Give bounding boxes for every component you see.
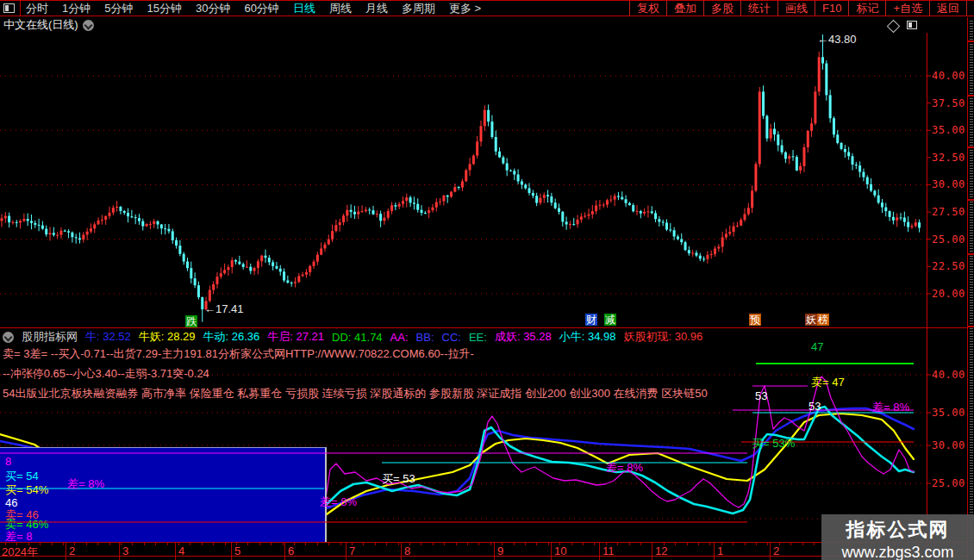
indicator-label: 买= 53 [382, 473, 415, 484]
indicator-axis-label: 25.00 [932, 477, 965, 489]
event-badge-减[interactable]: 减 [604, 314, 616, 326]
watermark-url: www.zbgs3.com [821, 544, 974, 560]
main-axis-label: 20.00 [932, 288, 965, 300]
indicator-label: 差= 8% [67, 478, 104, 489]
app-window: 分时1分钟5分钟15分钟30分钟60分钟日线周线月线多周期更多 > 复权叠加多股… [0, 0, 974, 560]
strip-divider [968, 326, 974, 327]
strip-divider [968, 146, 974, 148]
indicator-label: 差= 8% [606, 462, 643, 473]
main-axis-label: 40.00 [932, 70, 965, 82]
indicator-text-line2: --冲张停0.65--小心3.40--走弱-3.71突-0.24 [3, 368, 209, 379]
indicator-label: 53 [755, 390, 767, 401]
indicator-label: 47 [811, 341, 823, 352]
high-price-annotation: ←43.80 [817, 34, 857, 45]
indicator-axis-label: 35.00 [932, 407, 965, 419]
indicator-value: 牛: 32.52 [85, 329, 131, 345]
split-window-icon[interactable] [907, 21, 917, 29]
strip-divider [968, 40, 974, 42]
main-axis-label: 22.50 [932, 260, 965, 272]
indicator-value: 成妖: 35.28 [495, 329, 552, 345]
indicator-label: 差= 8% [320, 496, 357, 507]
collapsed-panel-glyphs [970, 21, 973, 555]
right-edge-strip [967, 17, 974, 560]
indicator-label: 买= 53% [752, 438, 795, 449]
main-axis-label: 32.50 [932, 152, 965, 164]
main-axis-label: 37.50 [932, 97, 965, 109]
indicator-value: 小牛: 34.98 [559, 329, 616, 345]
main-axis-label: 35.00 [932, 124, 965, 136]
strip-divider [968, 253, 974, 255]
indicator-label: 卖= 47 [811, 376, 845, 388]
main-axis-label: 27.50 [932, 206, 965, 218]
indicator-overlay-lines [0, 0, 974, 560]
event-badge-榜[interactable]: 榜 [817, 314, 829, 326]
indicator-value: 牛启: 27.21 [267, 329, 324, 345]
indicator-label: 差= 8% [872, 401, 909, 413]
indicator-value: BB: [416, 331, 434, 344]
strip-divider [968, 95, 974, 96]
indicator-axis-label: 30.00 [932, 439, 965, 451]
indicator-name[interactable]: 股朋指标网 [22, 329, 78, 345]
indicator-value: DD: 41.74 [332, 331, 383, 344]
indicator-header: 股朋指标网 牛: 32.52牛妖: 28.29牛动: 26.36牛启: 27.2… [3, 331, 702, 343]
indicator-text-line1: 卖= 3差= --买入-0.71--出货7.29-主力191.81分析家公式网H… [3, 348, 474, 359]
sector-tags-line: 54出版业北京板块融资融券 高市净率 保险重仓 私募重仓 亏损股 连续亏损 深股… [3, 388, 708, 399]
low-price-annotation: ←17.41 [204, 303, 244, 314]
indicator-value: 牛动: 26.36 [203, 329, 260, 345]
site-watermark: 指标公式网 www.zbgs3.com [821, 514, 974, 560]
event-badge-财[interactable]: 财 [585, 314, 597, 326]
indicator-label: 53 [809, 401, 821, 412]
indicator-value: EE: [469, 331, 487, 344]
indicator-value: CC: [442, 331, 461, 344]
event-badge-妖[interactable]: 妖 [805, 314, 817, 326]
indicator-value: AA: [390, 331, 409, 344]
draw-diamond-icon[interactable] [889, 22, 898, 31]
main-axis-label: 30.00 [932, 178, 965, 190]
indicator-value: 牛妖: 28.29 [139, 329, 196, 345]
chevron-down-icon[interactable] [3, 332, 14, 343]
event-badge-预[interactable]: 预 [749, 314, 761, 326]
watermark-title: 指标公式网 [821, 517, 974, 543]
indicator-value: 妖股初现: 30.96 [623, 329, 702, 345]
main-axis-label: 25.00 [932, 233, 965, 246]
strip-divider [968, 199, 974, 201]
indicator-axis-label: 40.00 [932, 369, 965, 381]
event-badge-跌[interactable]: 跌 [185, 315, 197, 327]
